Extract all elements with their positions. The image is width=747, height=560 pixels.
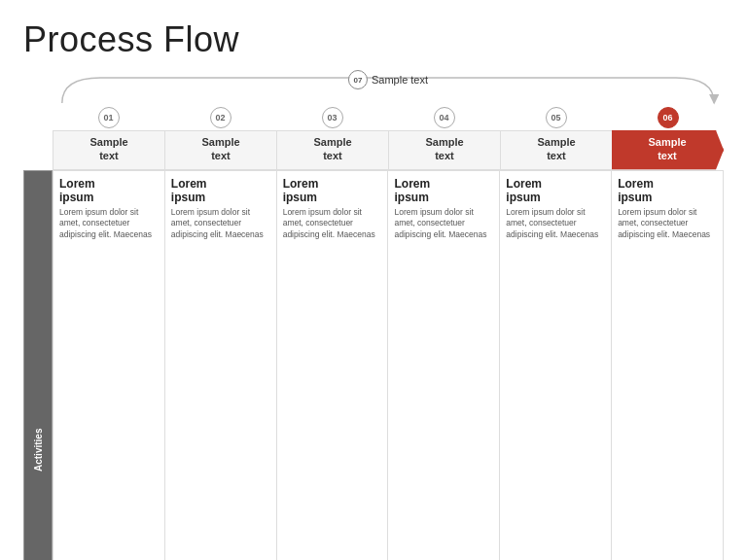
act-cell-1: Loremipsum Lorem ipsum dolor sit amet, c…: [53, 170, 164, 560]
col-header-2-label: Sampletext: [201, 135, 239, 163]
activities-cols: Loremipsum Lorem ipsum dolor sit amet, c…: [53, 170, 724, 560]
num-cell-3: 03: [276, 107, 388, 130]
col-header-2: Sampletext: [164, 130, 276, 170]
act-cell-2-body: Lorem ipsum dolor sit amet, consectetuer…: [171, 207, 270, 242]
act-cell-5-body: Lorem ipsum dolor sit amet, consectetuer…: [506, 207, 605, 242]
col-header-6: Sampletext: [612, 130, 724, 170]
act-cell-4: Loremipsum Lorem ipsum dolor sit amet, c…: [387, 170, 499, 560]
col-header-1: Sampletext: [53, 130, 164, 170]
num-cell-2: 02: [164, 107, 276, 130]
act-cell-1-body: Lorem ipsum dolor sit amet, consectetuer…: [59, 207, 159, 242]
act-cell-6-title: Loremipsum: [618, 177, 717, 204]
act-cell-4-body: Lorem ipsum dolor sit amet, consectetuer…: [394, 207, 493, 242]
badge-02: 02: [210, 107, 231, 128]
activities-label: Activities: [23, 170, 53, 560]
act-cell-6: Loremipsum Lorem ipsum dolor sit amet, c…: [611, 170, 724, 560]
col-header-3: Sampletext: [276, 130, 388, 170]
badge-04: 04: [434, 107, 455, 128]
num-cell-6: 06: [612, 107, 724, 130]
col-header-4-label: Sampletext: [425, 135, 463, 163]
col-header-5-label: Sampletext: [537, 135, 575, 163]
act-cell-2-title: Loremipsum: [171, 177, 270, 204]
act-cell-5: Loremipsum Lorem ipsum dolor sit amet, c…: [499, 170, 611, 560]
col-header-1-label: Sampletext: [89, 135, 127, 163]
process-flow-container: 07 Sample text 01 02 03 04 05 06 Samplet…: [23, 70, 724, 560]
activities-section: Activities Loremipsum Lorem ipsum dolor …: [23, 170, 724, 560]
act-cell-5-title: Loremipsum: [506, 177, 605, 204]
act-cell-2: Loremipsum Lorem ipsum dolor sit amet, c…: [164, 170, 276, 560]
num-cell-5: 05: [500, 107, 612, 130]
step-07-label: Sample text: [372, 74, 428, 86]
badge-03: 03: [322, 107, 343, 128]
badge-01: 01: [98, 107, 120, 128]
col-header-6-label: Sampletext: [648, 135, 686, 163]
act-cell-3-body: Lorem ipsum dolor sit amet, consectetuer…: [283, 207, 382, 242]
num-cell-1: 01: [53, 107, 164, 130]
act-cell-4-title: Loremipsum: [394, 177, 493, 204]
page-title: Process Flow: [23, 19, 724, 60]
num-badges-row: 01 02 03 04 05 06: [53, 107, 724, 130]
act-cell-6-body: Lorem ipsum dolor sit amet, consectetuer…: [618, 207, 717, 242]
step-07-badge: 07: [348, 70, 368, 89]
act-cell-1-title: Loremipsum: [59, 177, 159, 204]
top-arc-row: 07 Sample text: [53, 70, 724, 107]
act-cell-3: Loremipsum Lorem ipsum dolor sit amet, c…: [276, 170, 388, 560]
col-header-5: Sampletext: [500, 130, 612, 170]
badge-05: 05: [546, 107, 567, 128]
act-cell-3-title: Loremipsum: [283, 177, 382, 204]
num-cell-4: 04: [388, 107, 500, 130]
column-headers-row: Sampletext Sampletext Sampletext Samplet…: [23, 130, 724, 170]
col-header-3-label: Sampletext: [313, 135, 351, 163]
badge-06: 06: [658, 107, 679, 128]
col-header-4: Sampletext: [388, 130, 500, 170]
